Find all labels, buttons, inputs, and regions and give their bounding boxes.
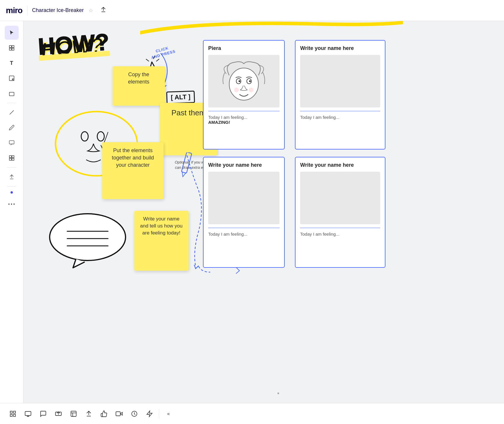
reactions-button[interactable] xyxy=(97,407,111,421)
svg-rect-2 xyxy=(9,48,11,50)
card-3[interactable]: Write your name here Today I am feeling.… xyxy=(203,157,285,268)
comment-tool[interactable] xyxy=(5,136,19,150)
build-character-text: Put the elements together and build your… xyxy=(112,147,154,168)
board-view-button[interactable] xyxy=(67,407,81,421)
svg-rect-8 xyxy=(9,156,11,158)
piera-card-image xyxy=(208,55,279,107)
frame-tool[interactable] xyxy=(5,41,19,55)
grid-view-button[interactable] xyxy=(6,407,20,421)
card-2-feeling-prefix: Today I am feeling... xyxy=(300,115,339,120)
alt-text: [ ALT ] xyxy=(171,93,191,101)
svg-rect-34 xyxy=(25,411,31,416)
svg-rect-5 xyxy=(9,92,14,96)
top-arc-decoration xyxy=(140,21,403,36)
svg-marker-39 xyxy=(120,412,122,415)
pen-tool[interactable] xyxy=(5,121,19,135)
export-button[interactable] xyxy=(82,407,96,421)
svg-line-13 xyxy=(156,59,159,61)
click-press-annotation: CLICKAND PRESS xyxy=(150,44,176,60)
comments-button[interactable] xyxy=(36,407,50,421)
svg-rect-0 xyxy=(9,46,11,48)
video-button[interactable] xyxy=(112,407,126,421)
bottom-toolbar-divider xyxy=(159,409,159,418)
svg-rect-33 xyxy=(13,414,15,416)
left-toolbar: T • • • xyxy=(0,21,23,424)
text-tool[interactable]: T xyxy=(5,56,19,70)
build-character-note[interactable]: Put the elements together and build your… xyxy=(102,142,164,199)
upload-tool[interactable] xyxy=(5,170,19,184)
svg-point-17 xyxy=(97,132,104,141)
svg-rect-9 xyxy=(12,156,14,158)
line-tool[interactable] xyxy=(5,105,19,119)
piera-card[interactable]: Piera xyxy=(203,40,285,150)
miro-logo: miro xyxy=(6,6,22,15)
write-name-text: Write your name and tell us how you are … xyxy=(140,216,183,236)
svg-point-29 xyxy=(249,88,253,92)
past-them-text: Past them xyxy=(171,108,206,117)
svg-point-28 xyxy=(234,88,239,92)
collapse-button[interactable]: « xyxy=(161,407,175,421)
select-tool[interactable] xyxy=(5,26,19,40)
card-4-title: Write your name here xyxy=(300,162,380,168)
header: miro Character Ice-Breaker ☆ xyxy=(0,0,504,21)
svg-rect-10 xyxy=(9,158,11,160)
svg-rect-11 xyxy=(12,158,14,160)
card-3-title: Write your name here xyxy=(208,162,279,168)
card-4[interactable]: Write your name here Today I am feeling.… xyxy=(295,157,385,268)
present-button[interactable] xyxy=(21,407,35,421)
apps-button[interactable] xyxy=(142,407,157,421)
speech-bubble-sketch xyxy=(47,211,128,269)
svg-point-19 xyxy=(50,214,126,260)
alt-box-annotation: [ ALT ] xyxy=(166,91,195,104)
svg-point-23 xyxy=(229,68,258,100)
svg-point-26 xyxy=(239,80,240,82)
svg-rect-1 xyxy=(12,46,14,48)
piera-feeling-value: AMAZING! xyxy=(208,120,230,125)
write-name-note[interactable]: Write your name and tell us how you are … xyxy=(134,211,188,271)
canvas-inner: HOW? HOW? CLICKAND PRESS [ ALT ] xyxy=(23,21,504,403)
svg-rect-3 xyxy=(12,48,14,50)
share-screen-button[interactable] xyxy=(51,407,65,421)
svg-rect-40 xyxy=(116,412,120,416)
piera-card-title: Piera xyxy=(208,45,279,51)
card-2-feeling: Today I am feeling... xyxy=(300,115,380,120)
how-text-display: HOW? xyxy=(37,30,110,59)
card-3-image xyxy=(208,172,279,224)
svg-rect-36 xyxy=(71,411,76,416)
svg-rect-30 xyxy=(10,411,12,413)
sticky-note-tool[interactable] xyxy=(5,71,19,85)
canvas-dot xyxy=(277,392,279,394)
toolbar-dot-indicator xyxy=(11,191,13,194)
svg-marker-42 xyxy=(147,411,152,417)
svg-point-27 xyxy=(249,80,251,82)
svg-point-16 xyxy=(81,132,88,141)
card-2-title: Write your name here xyxy=(300,45,380,51)
piera-feeling-prefix: Today I am feeling... xyxy=(208,115,247,120)
svg-rect-7 xyxy=(9,141,14,144)
header-divider xyxy=(27,6,27,15)
bottom-toolbar: « xyxy=(0,403,504,424)
svg-line-14 xyxy=(146,59,149,61)
copy-elements-note[interactable]: Copy the elements xyxy=(112,66,165,106)
svg-rect-32 xyxy=(10,414,12,416)
card-4-feeling: Today I am feeling... xyxy=(300,232,380,237)
canvas: HOW? HOW? CLICKAND PRESS [ ALT ] xyxy=(23,21,504,403)
timer-button[interactable] xyxy=(127,407,141,421)
more-tools[interactable]: • • • xyxy=(5,197,19,211)
card-2[interactable]: Write your name here Today I am feeling.… xyxy=(295,40,385,150)
card-2-image xyxy=(300,55,380,107)
svg-rect-31 xyxy=(13,411,15,413)
card-3-feeling-prefix: Today I am feeling... xyxy=(208,232,247,237)
star-icon[interactable]: ☆ xyxy=(88,7,93,14)
share-icon[interactable] xyxy=(100,6,107,14)
card-3-feeling: Today I am feeling... xyxy=(208,232,279,237)
card-4-feeling-prefix: Today I am feeling... xyxy=(300,232,339,237)
shapes-tool[interactable] xyxy=(5,86,19,100)
grid-tool[interactable] xyxy=(5,151,19,165)
card-4-image xyxy=(300,172,380,224)
svg-line-6 xyxy=(10,110,14,114)
copy-elements-text: Copy the elements xyxy=(128,72,149,85)
board-title[interactable]: Character Ice-Breaker xyxy=(32,7,84,13)
piera-character-sketch xyxy=(218,58,270,105)
piera-feeling: Today I am feeling... AMAZING! xyxy=(208,115,279,125)
